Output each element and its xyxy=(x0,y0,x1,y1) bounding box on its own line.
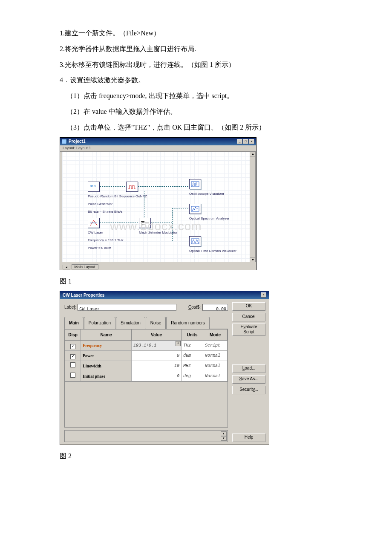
step-4-2: （2）在 value 中输入数据并作评估。 xyxy=(60,104,332,120)
help-button[interactable]: Help xyxy=(232,434,265,442)
prbs-icon: 010.. xyxy=(88,182,100,192)
osa-label: Optical Spectrum Analyzer xyxy=(189,215,240,223)
oscilloscope-label: Oscilloscope Visualizer xyxy=(189,190,240,198)
nrz-icon xyxy=(126,182,138,192)
component-osa[interactable]: Optical Spectrum Analyzer xyxy=(189,204,240,223)
close-button[interactable]: × xyxy=(261,292,266,298)
app-icon xyxy=(62,139,67,144)
grid-row-power[interactable]: ✓ Power 0 dBm Normal xyxy=(65,351,228,361)
mzm-label: Mach-Zehnder Modulator xyxy=(139,229,190,237)
security-button[interactable]: Security... xyxy=(232,386,265,394)
component-otdv[interactable]: Optical Time Domain Visualizer xyxy=(189,236,240,255)
svg-rect-0 xyxy=(191,182,199,187)
component-mzm[interactable]: Mach-Zehnder Modulator xyxy=(139,218,190,237)
cancel-button[interactable]: Cancel xyxy=(232,313,265,321)
step-3: 3.光标移至有锁链图标出现时，进行连线。（如图 1 所示） xyxy=(60,57,332,73)
tab-main[interactable]: Main xyxy=(64,317,84,329)
oscilloscope-icon xyxy=(189,179,201,189)
otdv-icon xyxy=(189,236,201,246)
layout-tab[interactable]: Layout: Layout 1 xyxy=(60,145,256,152)
cw-laser-label: CW Laser Frequency = 193.1 THz Power = 0… xyxy=(88,229,139,252)
maximize-button[interactable]: □ xyxy=(243,139,248,144)
figure-1-caption: 图 1 xyxy=(60,274,332,289)
main-layout-tab[interactable]: Main Layout xyxy=(72,264,98,269)
wire xyxy=(138,186,188,187)
label-input[interactable]: CW Laser xyxy=(78,304,176,311)
svg-rect-3 xyxy=(141,224,144,225)
ok-button[interactable]: OK xyxy=(232,302,265,311)
disp-checkbox[interactable]: ✓ xyxy=(70,354,75,359)
wire xyxy=(100,186,125,187)
step-4: 4．设置连续波激光器参数。 xyxy=(60,72,332,88)
step-1: 1.建立一个新文件。（File>New） xyxy=(60,26,332,41)
wire xyxy=(151,223,172,223)
cw-laser-icon xyxy=(88,218,100,228)
label-caption: Label: xyxy=(64,302,76,312)
component-prbs[interactable]: 010.. Pseudo-Random Bit Sequence GeNRZ P… xyxy=(88,182,152,216)
evaluate-script-button[interactable]: EvaluateScript xyxy=(232,324,265,336)
design-canvas[interactable]: 010.. Pseudo-Random Bit Sequence GeNRZ P… xyxy=(62,151,250,262)
script-editor-icon[interactable]: S xyxy=(176,341,181,346)
wire xyxy=(144,191,144,217)
prbs-label: Pseudo-Random Bit Sequence GeNRZ Pulse G… xyxy=(88,193,152,216)
status-area: ▴ ▾ xyxy=(64,430,228,442)
tab-random-numbers[interactable]: Random numbers xyxy=(166,317,209,329)
component-oscilloscope[interactable]: Oscilloscope Visualizer xyxy=(189,179,240,198)
figure-2-properties-dialog: CW Laser Properties × Label: CW Laser Co… xyxy=(60,291,269,445)
cost-input[interactable]: 0.00 xyxy=(202,304,228,311)
step-4-3: （3）点击单位，选择"THZ"，点击 OK 回主窗口。（如图 2 所示） xyxy=(60,120,332,136)
tab-simulation[interactable]: Simulation xyxy=(116,317,145,329)
save-as-button[interactable]: Save As... xyxy=(232,375,265,384)
svg-rect-2 xyxy=(141,221,144,223)
close-button[interactable]: × xyxy=(249,139,254,144)
tab-noise[interactable]: Noise xyxy=(146,317,166,329)
grid-empty-area xyxy=(64,382,228,428)
otdv-label: Optical Time Domain Visualizer xyxy=(189,247,240,255)
step-4-1: （1）点击 frequency>mode, 出现下拉菜单，选中 script。 xyxy=(60,88,332,104)
cost-caption: Cost$: xyxy=(188,302,201,312)
component-nrz[interactable] xyxy=(126,182,138,192)
wire xyxy=(172,241,188,241)
minimize-button[interactable]: _ xyxy=(237,139,242,144)
bottom-tabbar: ◂ Main Layout xyxy=(60,262,256,270)
load-button[interactable]: Load... xyxy=(232,364,265,373)
wire xyxy=(172,208,188,208)
mzm-icon xyxy=(139,218,151,228)
property-grid[interactable]: Disp Name Value Units Mode ✓ Frequency 1… xyxy=(64,329,228,382)
vertical-scrollbar[interactable]: ▴ ▾ xyxy=(250,151,256,262)
spin-up[interactable]: ▴ xyxy=(221,431,227,436)
disp-checkbox[interactable] xyxy=(70,373,75,378)
dialog-titlebar: CW Laser Properties × xyxy=(60,291,269,299)
tab-polarization[interactable]: Polarization xyxy=(84,317,115,329)
grid-row-linewidth[interactable]: Linewidth 10 MHz Normal xyxy=(65,361,228,371)
component-cw-laser[interactable]: CW Laser Frequency = 193.1 THz Power = 0… xyxy=(88,218,139,252)
figure-2-caption: 图 2 xyxy=(60,448,332,464)
spin-down[interactable]: ▾ xyxy=(221,436,227,441)
wire xyxy=(172,208,173,241)
grid-row-frequency[interactable]: ✓ Frequency 193.1+0.1 S THz Script xyxy=(65,341,228,351)
figure-1-project-window: Project1 _ □ × Layout: Layout 1 010.. Ps… xyxy=(60,137,257,270)
grid-header-row: Disp Name Value Units Mode xyxy=(65,330,228,341)
step-2: 2.将光学器件从数据库里拖入主窗口进行布局. xyxy=(60,41,332,57)
wire xyxy=(100,223,138,223)
osa-icon xyxy=(189,204,201,214)
grid-row-initial-phase[interactable]: Initial phase 0 deg Normal xyxy=(65,371,228,382)
tab-bar: Main Polarization Simulation Noise Rando… xyxy=(64,316,228,329)
disp-checkbox[interactable] xyxy=(70,362,75,367)
disp-checkbox[interactable]: ✓ xyxy=(70,344,75,349)
